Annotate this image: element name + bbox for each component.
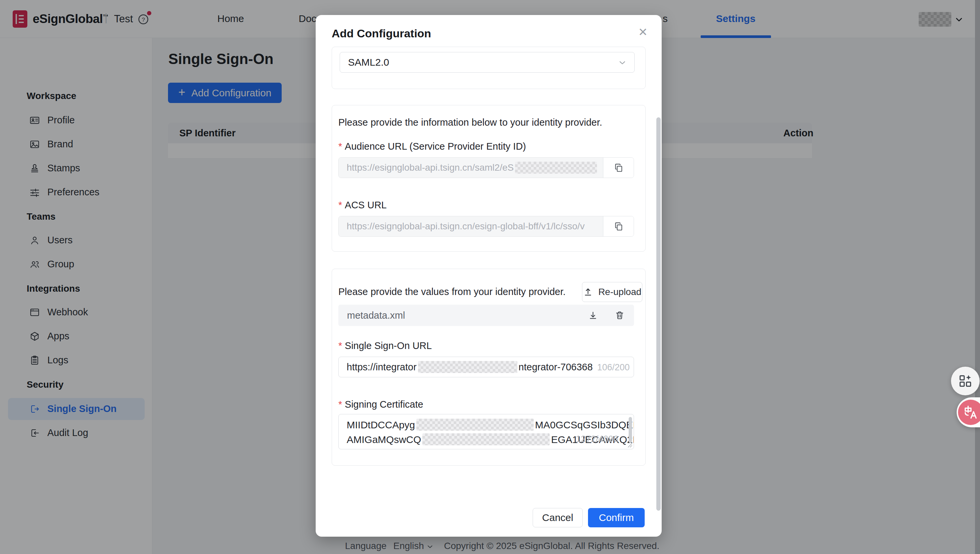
- trash-icon[interactable]: [615, 310, 625, 320]
- redacted-sso-url: [418, 361, 517, 373]
- modal-title: Add Configuration: [332, 27, 431, 40]
- sso-url-label: *Single Sign-On URL: [338, 340, 432, 351]
- signing-certificate-textarea[interactable]: MIIDtDCCApygMA0GCSqGSIb3DQEBCwU AMIGaMQs…: [338, 414, 634, 449]
- protocol-select[interactable]: SAML2.0: [340, 52, 635, 73]
- acs-url-input: https://esignglobal-api.tsign.cn/esign-g…: [339, 217, 603, 236]
- translate-icon: [963, 405, 978, 420]
- resize-handle[interactable]: [627, 442, 633, 448]
- audience-url-label: *Audience URL (Service Provider Entity I…: [338, 141, 526, 152]
- close-icon[interactable]: ✕: [638, 26, 648, 38]
- required-asterisk: *: [338, 399, 342, 410]
- protocol-select-value: SAML2.0: [348, 57, 389, 68]
- audience-url-input-group: https://esignglobal-api.tsign.cn/saml2/e…: [338, 157, 634, 178]
- chevron-down-icon: [618, 58, 627, 67]
- signing-certificate-label: *Signing Certificate: [338, 399, 423, 410]
- confirm-button[interactable]: Confirm: [588, 508, 645, 527]
- sp-info-card: Please provide the information below to …: [332, 105, 646, 252]
- squares-sparkle-icon: [958, 373, 973, 388]
- copy-acs-url-button[interactable]: [603, 217, 634, 236]
- sp-intro-text: Please provide the information below to …: [338, 117, 602, 128]
- reupload-button[interactable]: Re-upload: [582, 282, 642, 302]
- acs-url-input-group: https://esignglobal-api.tsign.cn/esign-g…: [338, 216, 634, 237]
- download-icon[interactable]: [588, 310, 598, 320]
- required-asterisk: *: [338, 200, 342, 210]
- required-asterisk: *: [338, 340, 342, 351]
- copy-icon: [614, 221, 624, 231]
- acs-url-label: *ACS URL: [338, 200, 387, 211]
- modal-scrollbar-thumb[interactable]: [656, 117, 661, 511]
- required-asterisk: *: [338, 141, 342, 152]
- certificate-counter: 1272/4096: [576, 431, 618, 446]
- textarea-scrollbar[interactable]: [628, 417, 632, 443]
- uploaded-file-row: metadata.xml: [338, 305, 634, 326]
- widget-translate-button[interactable]: [958, 400, 980, 425]
- redacted-audience-url: [515, 162, 597, 174]
- add-configuration-modal: Add Configuration ✕ SAML2.0 Please provi…: [316, 15, 662, 536]
- widget-apps-ai-button[interactable]: [951, 367, 980, 395]
- audience-url-input: https://esignglobal-api.tsign.cn/saml2/e…: [339, 158, 603, 178]
- file-name: metadata.xml: [347, 310, 405, 321]
- screen: eSignGlobal™ | Test ? Home Doc s Setting…: [0, 0, 980, 554]
- sso-url-input[interactable]: https://integrator ntegrator-706368 106/…: [338, 357, 634, 377]
- copy-icon: [614, 163, 624, 173]
- idp-intro-text: Please provide the values from your iden…: [338, 287, 566, 297]
- upload-icon: [583, 287, 593, 297]
- cancel-button[interactable]: Cancel: [533, 508, 583, 527]
- redacted-certificate: [422, 433, 550, 445]
- idp-values-card: Please provide the values from your iden…: [332, 269, 646, 466]
- certificate-line-1: MIIDtDCCApygMA0GCSqGSIb3DQEBCwU: [347, 418, 628, 432]
- copy-audience-url-button[interactable]: [603, 158, 634, 178]
- sso-url-counter: 106/200: [597, 362, 630, 373]
- protocol-card: SAML2.0: [332, 47, 646, 89]
- redacted-certificate: [416, 419, 534, 431]
